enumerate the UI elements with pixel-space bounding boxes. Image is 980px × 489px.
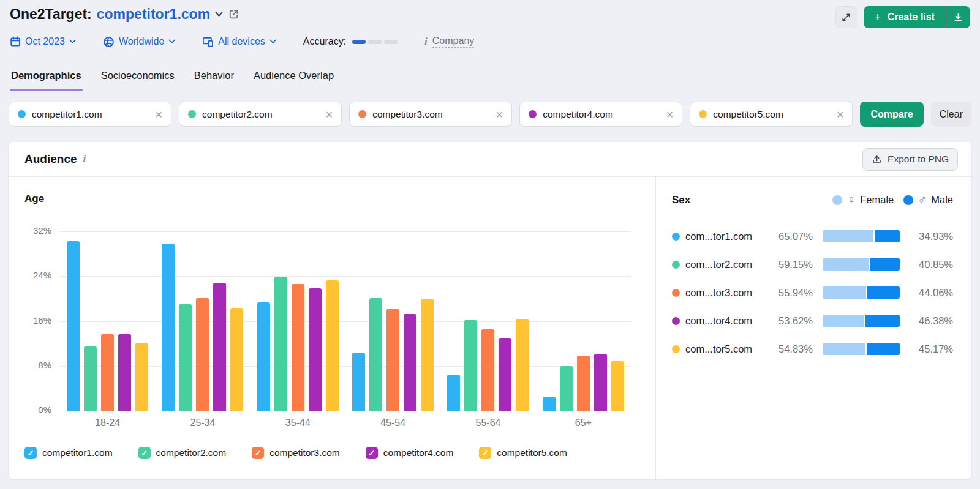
accuracy-indicator: Accuracy:: [303, 36, 398, 47]
remove-competitor-icon[interactable]: ×: [155, 108, 162, 121]
competitor-color-dot: [529, 110, 537, 118]
age-legend: ✓competitor1.com✓competitor2.com✓competi…: [24, 447, 635, 459]
bar-competitor1-com-55-64: [447, 375, 460, 411]
bar-competitor4-com-25-34: [213, 283, 226, 411]
calendar-icon: [10, 36, 21, 47]
tabs: DemographicsSocioeconomicsBehaviorAudien…: [0, 65, 980, 91]
create-list-button[interactable]: + Create list: [864, 6, 946, 28]
competitor-color-dot: [699, 110, 707, 118]
bar-competitor2-com-45-54: [369, 298, 382, 411]
date-filter[interactable]: Oct 2023: [10, 36, 76, 47]
age-x-label-55-64: 55-64: [440, 417, 535, 428]
bar-competitor5-com-25-34: [230, 308, 243, 411]
chevron-down-icon: [69, 39, 76, 44]
competitor-chip-label: competitor1.com: [32, 109, 102, 120]
sex-row-3: com...tor3.com55.94%44.06%: [672, 286, 953, 299]
female-bar-segment: [823, 286, 866, 299]
bar-competitor1-com-18-24: [67, 241, 80, 411]
age-legend-item-5: ✓competitor5.com: [479, 447, 567, 459]
male-percentage: 34.93%: [910, 231, 953, 242]
age-bars: [60, 232, 631, 411]
female-bar-segment: [823, 343, 865, 355]
female-bar-segment: [823, 258, 869, 271]
female-color-dot: [832, 195, 842, 205]
series-checkbox-1[interactable]: ✓: [24, 447, 37, 459]
remove-competitor-icon[interactable]: ×: [666, 108, 674, 121]
competitor-chip-1: competitor1.com×: [9, 102, 172, 127]
male-bar-segment: [867, 286, 900, 299]
app-header: One2Target: competitor1.com + Create lis…: [10, 6, 970, 28]
male-bar-segment: [867, 343, 900, 355]
audience-title: Audience: [24, 152, 77, 166]
domain-chevron-down-icon[interactable]: [215, 12, 223, 17]
female-label: Female: [860, 194, 894, 206]
location-filter[interactable]: Worldwide: [103, 36, 175, 48]
fullscreen-button[interactable]: [835, 6, 858, 28]
female-percentage: 54.83%: [769, 343, 813, 355]
remove-competitor-icon[interactable]: ×: [325, 108, 333, 121]
accuracy-segment-filled: [352, 40, 366, 44]
age-legend-item-4: ✓competitor4.com: [366, 447, 454, 459]
male-bar-segment: [870, 258, 900, 271]
remove-competitor-icon[interactable]: ×: [496, 108, 503, 121]
devices-filter-value: All devices: [218, 36, 265, 47]
download-button[interactable]: [946, 6, 970, 28]
tab-behavior[interactable]: Behavior: [193, 65, 235, 91]
series-checkbox-3[interactable]: ✓: [252, 447, 264, 459]
clear-button[interactable]: Clear: [931, 102, 971, 127]
bar-competitor3-com-18-24: [101, 334, 114, 411]
female-percentage: 59.15%: [769, 259, 813, 271]
remove-competitor-icon[interactable]: ×: [837, 108, 844, 121]
series-label: competitor3.com: [270, 447, 340, 458]
accuracy-segment: [384, 40, 398, 44]
age-y-tick-label: 16%: [33, 315, 51, 326]
export-icon: [872, 154, 882, 165]
competitor-color-dot: [672, 233, 680, 241]
competitor-chip-label: competitor4.com: [543, 109, 613, 120]
female-symbol-icon: ♀: [846, 193, 856, 207]
tab-demographics[interactable]: Demographics: [10, 65, 83, 91]
devices-icon: [202, 36, 214, 48]
male-percentage: 45.17%: [910, 343, 953, 355]
chevron-down-icon: [168, 39, 175, 44]
sex-row-5: com...tor5.com54.83%45.17%: [672, 343, 953, 355]
download-icon: [953, 12, 963, 23]
sex-row-4: com...tor4.com53.62%46.38%: [672, 315, 953, 327]
series-checkbox-2[interactable]: ✓: [138, 447, 151, 459]
competitor-chip-2: competitor2.com×: [179, 102, 342, 127]
company-link[interactable]: i Company: [424, 35, 474, 48]
age-group-45-54: [345, 232, 440, 411]
female-percentage: 53.62%: [769, 315, 813, 327]
target-domain[interactable]: competitor1.com: [97, 6, 210, 23]
series-checkbox-5[interactable]: ✓: [479, 447, 491, 459]
bar-competitor5-com-65: [611, 361, 624, 411]
bar-competitor4-com-65: [594, 354, 607, 411]
tab-audience-overlap[interactable]: Audience Overlap: [252, 65, 335, 91]
bar-competitor5-com-45-54: [421, 299, 434, 411]
external-link-icon[interactable]: [228, 9, 239, 20]
bar-competitor4-com-55-64: [499, 338, 511, 411]
filter-bar: Oct 2023 Worldwide All devices Accuracy:…: [10, 35, 474, 48]
bar-competitor1-com-25-34: [162, 244, 175, 411]
series-checkbox-4[interactable]: ✓: [366, 447, 378, 459]
competitor-color-dot: [672, 289, 680, 297]
bar-competitor2-com-35-44: [274, 277, 287, 411]
compare-button[interactable]: Compare: [860, 102, 923, 127]
age-group-18-24: [60, 232, 155, 411]
age-chart-title: Age: [24, 193, 635, 205]
bar-competitor1-com-35-44: [257, 302, 270, 411]
export-to-png-button[interactable]: Export to PNG: [862, 148, 958, 171]
page-title: One2Target:: [10, 6, 92, 23]
tab-socioeconomics[interactable]: Socioeconomics: [100, 65, 176, 91]
age-y-tick-label: 32%: [33, 225, 51, 236]
bar-competitor4-com-18-24: [118, 334, 131, 411]
info-icon[interactable]: i: [83, 153, 86, 165]
competitor-chip-3: competitor3.com×: [349, 102, 512, 127]
globe-icon: [103, 36, 115, 48]
devices-filter[interactable]: All devices: [202, 36, 276, 48]
sex-ratio-bar: [823, 286, 900, 299]
series-label: competitor1.com: [42, 447, 113, 458]
sex-ratio-bar: [823, 315, 900, 327]
competitor-color-dot: [672, 261, 680, 269]
create-list-label: Create list: [888, 12, 935, 23]
